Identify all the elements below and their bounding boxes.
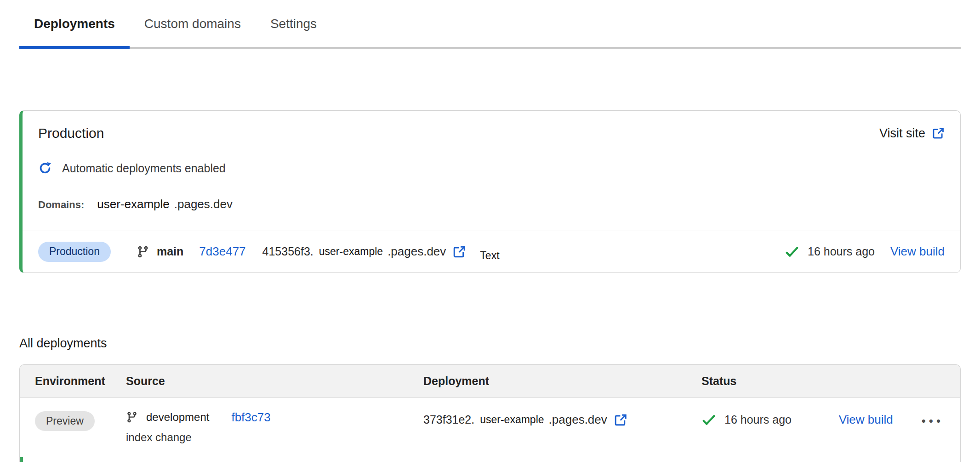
deployment-domain: user-example [480,414,544,426]
branch-name: development [146,411,209,424]
commit-hash-link[interactable]: 7d3e477 [199,244,245,259]
deployment-domain-suffix: .pages.dev [387,244,446,259]
column-header-status: Status [701,374,944,388]
commit-hash-link[interactable]: fbf3c73 [231,410,270,425]
external-link-icon [932,127,945,140]
branch-name: main [157,245,183,258]
git-branch-icon [137,245,149,258]
visit-site-label: Visit site [879,126,925,141]
refresh-icon [38,161,52,175]
domain-suffix: .pages.dev [174,197,233,211]
domain-name: user-example [97,197,170,211]
table-row: Preview development fbf3c73 index change… [20,398,960,457]
success-check-icon [701,413,716,427]
deployment-domain: user-example [319,245,383,258]
external-link-icon[interactable] [452,245,466,259]
environment-badge: Production [38,242,111,262]
tab-custom-domains[interactable]: Custom domains [130,11,256,47]
view-build-link[interactable]: View build [839,413,893,427]
domains-label: Domains: [38,199,84,211]
visit-site-link[interactable]: Visit site [879,126,945,141]
column-header-deployment: Deployment [423,374,701,388]
deployment-id: 373f31e2. [423,413,474,426]
column-header-environment: Environment [35,374,126,388]
all-deployments-title: All deployments [19,336,961,351]
external-link-icon[interactable] [614,413,627,427]
tab-settings[interactable]: Settings [256,11,331,47]
column-header-source: Source [126,374,423,388]
next-row-peek [20,457,960,462]
deployment-id: 415356f3. [262,245,313,258]
deployment-time: 16 hours ago [808,245,875,258]
production-deployment-row: Production main 7d3e477 415356f3. user-e… [23,231,960,272]
view-build-link[interactable]: View build [890,244,945,259]
table-header-row: Environment Source Deployment Status [20,365,960,398]
domains-row: Domains: user-example .pages.dev [38,197,945,211]
git-branch-icon [126,411,138,423]
production-card: Production Visit site Automa [19,110,961,273]
deployments-table: Environment Source Deployment Status Pre… [19,364,961,462]
success-check-icon [785,244,799,259]
auto-deployments-text: Automatic deployments enabled [62,162,226,175]
row-menu-button[interactable]: ••• [922,413,944,427]
text-annotation: Text [480,250,499,262]
tab-deployments[interactable]: Deployments [19,11,130,47]
tab-bar: Deployments Custom domains Settings [19,0,961,49]
deployment-time: 16 hours ago [724,413,792,426]
production-card-title: Production [38,125,104,141]
environment-badge: Preview [35,411,95,431]
deployment-domain-suffix: .pages.dev [549,413,607,427]
commit-message: index change [126,431,423,444]
